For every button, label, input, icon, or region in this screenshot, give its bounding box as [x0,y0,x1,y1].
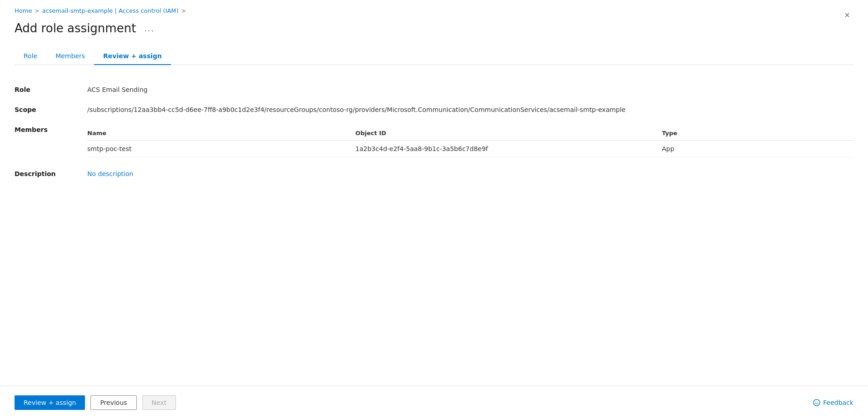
table-row: smtp-poc-test 1a2b3c4d-e2f4-5aa8-9b1c-3a… [87,141,853,157]
col-header-type: Type [662,126,853,141]
page-header: Add role assignment ... [15,21,853,35]
feedback-label: Feedback [823,399,853,406]
svg-point-0 [813,399,820,406]
member-object-id: 1a2b3c4d-e2f4-5aa8-9b1c-3a5b6c7d8e9f [355,141,662,157]
page-title: Add role assignment [15,21,136,35]
more-options-button[interactable]: ... [140,22,158,35]
members-table-wrapper: Name Object ID Type smtp-poc-test 1a2b3c… [87,120,853,164]
member-type: App [662,141,853,157]
scope-value: /subscriptions/12aa3bb4-cc5d-d6ee-7ff8-a… [87,100,853,120]
col-header-name: Name [87,126,355,141]
col-header-objectid: Object ID [355,126,662,141]
breadcrumb-sep-2: > [181,8,186,14]
role-label: Role [15,80,87,100]
description-value: No description [87,164,853,184]
feedback-button[interactable]: Feedback [813,399,853,406]
content-grid: Role ACS Email Sending Scope /subscripti… [15,80,853,184]
footer: Review + assign Previous Next Feedback [0,386,868,419]
breadcrumb-iam[interactable]: acsemail-smtp-example | Access control (… [42,7,178,14]
description-label: Description [15,164,87,184]
breadcrumb: Home > acsemail-smtp-example | Access co… [15,7,853,14]
svg-point-1 [816,402,817,403]
scope-label: Scope [15,100,87,120]
breadcrumb-sep-1: > [35,8,39,14]
svg-point-2 [818,402,818,403]
role-value: ACS Email Sending [87,80,853,100]
members-label: Members [15,120,87,140]
close-button[interactable]: × [841,8,853,22]
feedback-icon [813,399,820,406]
breadcrumb-home[interactable]: Home [15,7,32,14]
members-table: Name Object ID Type smtp-poc-test 1a2b3c… [87,126,853,157]
footer-left: Review + assign Previous Next [15,395,176,410]
tabs-container: Role Members Review + assign [15,48,853,65]
member-name: smtp-poc-test [87,141,355,157]
tab-review-assign[interactable]: Review + assign [94,48,171,65]
previous-button[interactable]: Previous [90,395,136,410]
review-assign-button[interactable]: Review + assign [15,395,85,410]
tab-role[interactable]: Role [15,48,46,65]
next-button: Next [142,395,176,410]
tab-members[interactable]: Members [46,48,94,65]
